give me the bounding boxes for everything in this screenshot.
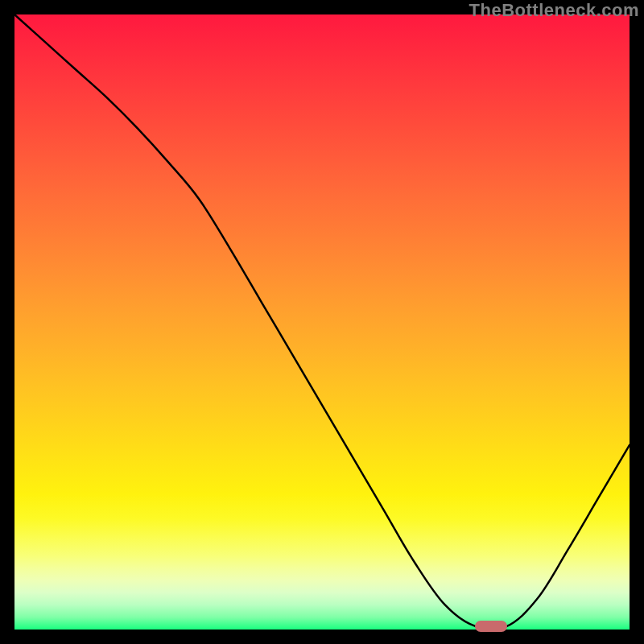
chart-container: TheBottleneck.com [0, 0, 644, 644]
plot-gradient-background [14, 14, 630, 630]
attribution-text: TheBottleneck.com [469, 0, 639, 21]
